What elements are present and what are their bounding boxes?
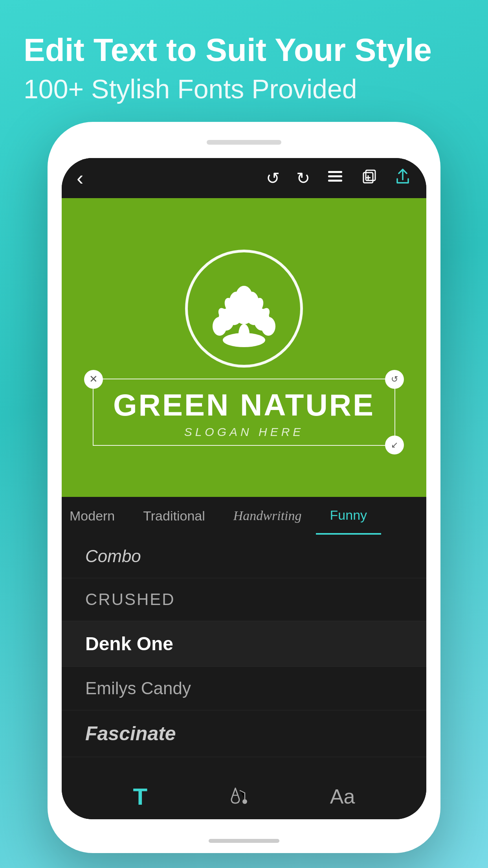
share-button[interactable]	[394, 168, 411, 189]
tool-font-size[interactable]: Aa	[330, 785, 355, 808]
text-tool-icon: T	[133, 783, 148, 810]
brand-slogan-text: SLOGAN HERE	[113, 425, 375, 439]
font-item-emilys[interactable]: Emilys Candy	[62, 667, 426, 710]
font-name-crushed: CRUSHED	[85, 590, 175, 609]
font-name-denk: Denk One	[85, 633, 173, 654]
canvas-area: ✕ ↺ ↙ GREEN NATURE SLOGAN HERE	[62, 198, 426, 497]
top-toolbar: ‹ ↺ ↻	[62, 158, 426, 198]
handle-top-right[interactable]: ↺	[385, 370, 404, 389]
tree-icon	[197, 261, 291, 356]
tool-text[interactable]: T	[133, 783, 148, 810]
font-item-denk[interactable]: Denk One	[62, 621, 426, 667]
tab-traditional[interactable]: Traditional	[129, 497, 219, 535]
font-item-fascinate[interactable]: Fascinate	[62, 710, 426, 757]
logo-circle	[185, 250, 303, 368]
header-title: Edit Text to Suit Your Style	[24, 31, 464, 68]
brand-name-text: GREEN NATURE	[113, 387, 375, 423]
header-subtitle: 100+ Stylish Fonts Provided	[24, 73, 464, 105]
home-indicator	[209, 839, 279, 843]
redo-button[interactable]: ↻	[296, 169, 310, 188]
font-name-combo: Combo	[85, 546, 141, 566]
tool-color[interactable]	[227, 785, 250, 808]
font-item-combo[interactable]: Combo	[62, 535, 426, 578]
color-fill-icon	[227, 785, 250, 808]
font-list: Combo CRUSHED Denk One Emilys Candy Fasc…	[62, 535, 426, 774]
svg-rect-2	[328, 180, 342, 182]
svg-point-23	[242, 799, 247, 804]
svg-rect-4	[366, 170, 375, 180]
duplicate-button[interactable]	[360, 168, 378, 189]
font-size-icon: Aa	[330, 785, 355, 808]
font-name-fascinate: Fascinate	[85, 723, 176, 745]
header-section: Edit Text to Suit Your Style 100+ Stylis…	[24, 31, 464, 105]
handle-top-left[interactable]: ✕	[84, 370, 103, 389]
phone-speaker	[207, 140, 281, 145]
svg-point-8	[223, 333, 265, 347]
svg-rect-1	[328, 175, 342, 177]
tab-modern[interactable]: Modern	[62, 497, 129, 535]
svg-rect-0	[328, 171, 342, 173]
layers-button[interactable]	[327, 168, 344, 189]
bottom-toolbar: T Aa	[62, 774, 426, 819]
tab-handwriting[interactable]: Handwriting	[219, 497, 316, 535]
font-item-crushed[interactable]: CRUSHED	[62, 578, 426, 621]
phone-screen: ‹ ↺ ↻	[62, 158, 426, 819]
phone-outer: ‹ ↺ ↻	[48, 122, 440, 853]
font-name-emilys: Emilys Candy	[85, 679, 191, 698]
svg-point-18	[235, 286, 253, 309]
text-selection-container[interactable]: ✕ ↺ ↙ GREEN NATURE SLOGAN HERE	[93, 379, 395, 446]
undo-button[interactable]: ↺	[266, 169, 280, 188]
handle-bottom-right[interactable]: ↙	[385, 436, 404, 454]
back-button[interactable]: ‹	[77, 166, 83, 190]
font-tabs-bar: Modern Traditional Handwriting Funny	[62, 497, 426, 535]
phone-mockup: ‹ ↺ ↻	[48, 122, 440, 853]
tab-funny[interactable]: Funny	[316, 497, 382, 535]
